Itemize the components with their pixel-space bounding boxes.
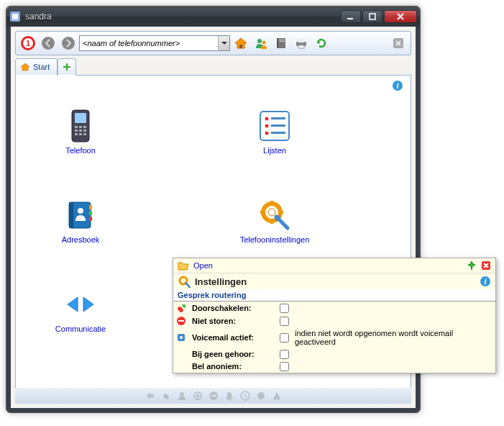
refresh-icon[interactable] xyxy=(312,34,331,53)
communication-icon xyxy=(37,287,124,322)
print-icon[interactable] xyxy=(292,34,311,53)
svg-rect-35 xyxy=(271,117,285,119)
svg-point-38 xyxy=(265,132,269,135)
status-bar xyxy=(15,388,411,404)
status-icon xyxy=(209,391,219,401)
launcher-telefooninstellingen[interactable]: Telefooninstellingen xyxy=(232,198,318,244)
svg-point-47 xyxy=(268,209,275,216)
stop-icon[interactable] xyxy=(389,34,408,53)
logo-icon[interactable]: 1 xyxy=(19,34,37,53)
user-icon[interactable] xyxy=(252,34,270,53)
home-icon xyxy=(20,62,30,72)
folder-open-icon xyxy=(178,260,189,271)
svg-rect-9 xyxy=(239,45,242,48)
row-niet-storen: Niet storen: xyxy=(173,314,495,327)
svg-rect-1 xyxy=(12,14,18,19)
svg-rect-48 xyxy=(270,201,273,205)
checkbox-geen-gehoor[interactable] xyxy=(280,350,289,359)
svg-rect-55 xyxy=(196,394,199,397)
status-icon xyxy=(256,391,266,401)
label-geen-gehoor: Bij geen gehoor: xyxy=(192,350,255,358)
checkbox-bel-anoniem[interactable] xyxy=(280,362,289,371)
dropdown-arrow-icon[interactable] xyxy=(218,36,229,50)
search-placeholder: <naam of telefoonnummer> xyxy=(83,39,218,47)
status-icon xyxy=(177,391,187,401)
svg-point-36 xyxy=(265,124,269,128)
svg-point-45 xyxy=(78,208,83,214)
label-bel-anoniem: Bel anoniem: xyxy=(192,362,242,371)
forward-button[interactable] xyxy=(59,34,78,53)
forward-call-icon xyxy=(176,303,186,313)
pin-icon[interactable] xyxy=(467,260,477,271)
tab-start[interactable]: Start xyxy=(15,58,58,76)
status-icon xyxy=(145,391,155,401)
svg-point-34 xyxy=(265,117,269,121)
open-link[interactable]: Open xyxy=(193,261,213,270)
svg-text:1: 1 xyxy=(26,39,30,47)
launcher-lijsten[interactable]: Lijsten xyxy=(232,109,318,155)
svg-rect-32 xyxy=(83,133,86,135)
svg-rect-50 xyxy=(260,211,265,214)
back-button[interactable] xyxy=(39,34,58,53)
svg-rect-58 xyxy=(227,392,232,399)
svg-rect-2 xyxy=(347,18,353,19)
svg-point-68 xyxy=(180,336,183,339)
svg-rect-31 xyxy=(79,133,82,135)
checkbox-niet-storen[interactable] xyxy=(280,317,289,326)
row-voicemail: Voicemail actief: indien niet wordt opge… xyxy=(173,327,495,348)
svg-rect-66 xyxy=(178,320,184,322)
status-icon xyxy=(161,391,171,401)
launcher-telefoon[interactable]: Telefoon xyxy=(37,109,124,155)
launcher-label: Adresboek xyxy=(62,235,100,244)
home-icon[interactable] xyxy=(232,34,250,53)
app-icon xyxy=(9,11,21,22)
status-icon xyxy=(272,391,282,401)
svg-rect-15 xyxy=(279,41,285,42)
svg-point-52 xyxy=(275,215,280,221)
launcher-communicatie[interactable]: Communicatie xyxy=(37,287,124,333)
do-not-disturb-icon xyxy=(176,316,186,326)
svg-rect-25 xyxy=(79,126,82,128)
status-icon xyxy=(193,391,203,401)
maximize-button[interactable] xyxy=(362,10,382,23)
status-icon xyxy=(240,391,250,401)
svg-rect-44 xyxy=(89,217,92,221)
settings-table: Doorschakelen: Niet storen: Voicemail ac… xyxy=(173,302,495,373)
svg-rect-3 xyxy=(370,14,375,19)
minimize-button[interactable] xyxy=(341,10,361,23)
tab-label: Start xyxy=(33,63,50,71)
svg-rect-43 xyxy=(89,211,92,215)
popup-close-icon[interactable] xyxy=(481,260,491,271)
gear-wrench-icon xyxy=(232,198,318,232)
svg-rect-51 xyxy=(279,211,283,214)
launcher-label: Lijsten xyxy=(263,146,286,155)
book-icon[interactable] xyxy=(272,34,290,53)
svg-rect-26 xyxy=(83,126,86,128)
svg-rect-57 xyxy=(211,395,216,396)
close-button[interactable] xyxy=(384,10,417,23)
svg-rect-27 xyxy=(75,130,78,132)
tab-add[interactable] xyxy=(58,58,76,76)
main-toolbar: 1 <naam of telefoonnummer> xyxy=(15,31,411,55)
title-bar: sandra xyxy=(6,6,420,27)
svg-rect-30 xyxy=(75,133,78,135)
tab-bar: Start xyxy=(15,58,411,76)
svg-point-53 xyxy=(180,392,184,396)
search-input[interactable]: <naam of telefoonnummer> xyxy=(79,35,230,51)
svg-point-10 xyxy=(257,39,262,43)
label-doorschakelen: Doorschakelen: xyxy=(192,304,252,312)
info-icon[interactable]: i xyxy=(480,276,491,287)
popup-title-text: Instellingen xyxy=(195,276,247,287)
svg-rect-39 xyxy=(271,132,285,134)
info-icon[interactable]: i xyxy=(392,80,403,91)
svg-rect-17 xyxy=(298,39,304,42)
svg-point-8 xyxy=(62,37,75,50)
row-doorschakelen: Doorschakelen: xyxy=(173,302,495,314)
svg-rect-24 xyxy=(75,126,78,128)
window-title: sandra xyxy=(25,12,341,22)
checkbox-doorschakelen[interactable] xyxy=(280,304,289,313)
checkbox-voicemail[interactable] xyxy=(280,333,289,343)
launcher-adresboek[interactable]: Adresboek xyxy=(37,198,124,244)
label-voicemail: Voicemail actief: xyxy=(192,333,254,342)
gear-wrench-icon xyxy=(178,275,191,288)
